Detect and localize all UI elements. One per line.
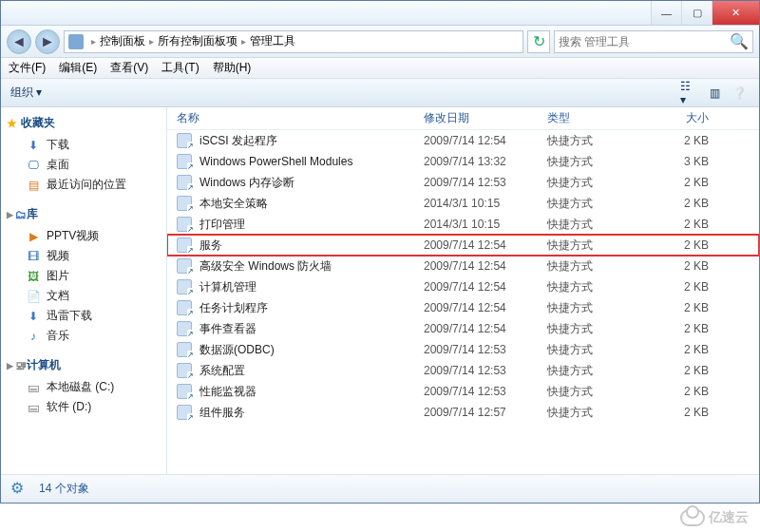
close-button[interactable]: ✕ — [712, 1, 759, 25]
file-row[interactable]: 事件查看器2009/7/14 12:54快捷方式2 KB — [167, 318, 759, 339]
file-date: 2009/7/14 12:54 — [424, 259, 547, 273]
sidebar-item-drive-d[interactable]: 🖴软件 (D:) — [7, 397, 161, 417]
download-icon: ⬇ — [26, 138, 41, 153]
sidebar-item-xunlei[interactable]: ⬇迅雷下载 — [7, 306, 161, 326]
video-icon: 🎞 — [26, 249, 41, 264]
file-date: 2009/7/14 12:53 — [424, 364, 547, 377]
minimize-button[interactable]: — — [651, 1, 681, 25]
file-row[interactable]: 高级安全 Windows 防火墙2009/7/14 12:54快捷方式2 KB — [167, 256, 759, 276]
sidebar-item-recent[interactable]: ▤最近访问的位置 — [7, 175, 161, 195]
sidebar-item-videos[interactable]: 🎞视频 — [7, 246, 161, 266]
file-date: 2014/3/1 10:15 — [424, 197, 547, 210]
sidebar-item-downloads[interactable]: ⬇下载 — [7, 135, 161, 155]
sidebar-item-documents[interactable]: 📄文档 — [7, 286, 161, 306]
computer-icon: 🖳 — [15, 359, 27, 372]
menu-file[interactable]: 文件(F) — [9, 60, 46, 76]
back-button[interactable]: ◄ — [7, 29, 31, 54]
file-row[interactable]: 任务计划程序2009/7/14 12:54快捷方式2 KB — [167, 297, 759, 318]
sidebar-item-music[interactable]: ♪音乐 — [7, 326, 161, 346]
file-type: 快捷方式 — [547, 384, 671, 400]
drive-icon: 🖴 — [26, 400, 41, 415]
breadcrumb-item[interactable]: 控制面板 — [100, 33, 145, 49]
toolbar: 组织 ▾ ☷ ▾ ▥ ❔ — [1, 79, 759, 107]
drive-icon: 🖴 — [26, 380, 41, 395]
file-name: 事件查看器 — [200, 321, 256, 337]
shortcut-icon — [177, 258, 192, 274]
file-size: 2 KB — [671, 218, 728, 231]
column-type[interactable]: 类型 — [547, 110, 671, 126]
help-button[interactable]: ❔ — [729, 83, 750, 104]
file-type: 快捷方式 — [547, 300, 671, 316]
file-name: 本地安全策略 — [200, 196, 268, 212]
column-size[interactable]: 大小 — [671, 110, 728, 126]
file-name: 性能监视器 — [200, 384, 256, 400]
menu-view[interactable]: 查看(V) — [110, 60, 148, 76]
preview-pane-button[interactable]: ▥ — [704, 83, 725, 104]
file-date: 2009/7/14 12:53 — [424, 343, 547, 356]
sidebar-item-pictures[interactable]: 🖼图片 — [7, 266, 161, 286]
breadcrumb-item[interactable]: 所有控制面板项 — [158, 33, 238, 49]
file-row[interactable]: 服务2009/7/14 12:54快捷方式2 KB — [167, 235, 759, 256]
file-size: 2 KB — [671, 385, 728, 398]
music-icon: ♪ — [26, 329, 41, 344]
file-row[interactable]: iSCSI 发起程序2009/7/14 12:54快捷方式2 KB — [167, 130, 759, 151]
refresh-button[interactable]: ↻ — [527, 30, 550, 53]
file-size: 2 KB — [671, 238, 728, 252]
maximize-button[interactable]: ▢ — [681, 1, 712, 25]
library-icon: 🗂 — [15, 208, 27, 221]
view-options-button[interactable]: ☷ ▾ — [679, 83, 700, 104]
file-type: 快捷方式 — [547, 363, 671, 379]
forward-button[interactable]: ► — [35, 29, 60, 54]
menu-tools[interactable]: 工具(T) — [162, 60, 199, 76]
column-name[interactable]: 名称 — [177, 110, 424, 126]
file-row[interactable]: 性能监视器2009/7/14 12:53快捷方式2 KB — [167, 381, 759, 402]
shortcut-icon — [177, 196, 192, 211]
menu-help[interactable]: 帮助(H) — [213, 60, 252, 76]
sidebar-item-pptv[interactable]: ▶PPTV视频 — [7, 226, 161, 246]
menu-bar: 文件(F) 编辑(E) 查看(V) 工具(T) 帮助(H) — [1, 58, 759, 79]
file-size: 2 KB — [671, 301, 728, 314]
sidebar-computer-header[interactable]: ▶ 🖳 计算机 — [7, 357, 161, 373]
file-name: 服务 — [200, 238, 222, 254]
search-icon: 🔍 — [730, 32, 749, 50]
file-date: 2009/7/14 12:57 — [424, 406, 547, 419]
file-row[interactable]: Windows 内存诊断2009/7/14 12:53快捷方式2 KB — [167, 172, 759, 193]
file-type: 快捷方式 — [547, 133, 671, 149]
file-date: 2009/7/14 12:53 — [424, 176, 547, 189]
file-type: 快捷方式 — [547, 175, 671, 191]
star-icon: ★ — [7, 117, 17, 130]
file-row[interactable]: 数据源(ODBC)2009/7/14 12:53快捷方式2 KB — [167, 339, 759, 360]
file-row[interactable]: 打印管理2014/3/1 10:15快捷方式2 KB — [167, 214, 759, 235]
search-box[interactable]: 🔍 — [554, 30, 753, 53]
shortcut-icon — [177, 217, 192, 232]
file-row[interactable]: 组件服务2009/7/14 12:57快捷方式2 KB — [167, 402, 759, 423]
file-row[interactable]: 本地安全策略2014/3/1 10:15快捷方式2 KB — [167, 193, 759, 214]
file-row[interactable]: 计算机管理2009/7/14 12:54快捷方式2 KB — [167, 276, 759, 297]
status-count: 14 个对象 — [39, 481, 89, 497]
expand-icon: ▶ — [7, 210, 13, 219]
file-size: 2 KB — [671, 280, 728, 294]
file-size: 2 KB — [671, 322, 728, 335]
explorer-body: ★ 收藏夹 ⬇下载 🖵桌面 ▤最近访问的位置 ▶ 🗂 库 ▶PPTV视频 🎞视频… — [1, 107, 759, 474]
shortcut-icon — [177, 300, 192, 315]
file-name: Windows PowerShell Modules — [200, 155, 352, 168]
file-name: iSCSI 发起程序 — [200, 133, 277, 149]
sidebar-item-drive-c[interactable]: 🖴本地磁盘 (C:) — [7, 377, 161, 397]
file-row[interactable]: Windows PowerShell Modules2009/7/14 13:3… — [167, 151, 759, 172]
column-date[interactable]: 修改日期 — [424, 110, 547, 126]
title-bar: — ▢ ✕ — [1, 1, 759, 26]
file-row[interactable]: 系统配置2009/7/14 12:53快捷方式2 KB — [167, 360, 759, 381]
file-name: 系统配置 — [200, 363, 245, 379]
file-type: 快捷方式 — [547, 217, 671, 233]
sidebar-item-desktop[interactable]: 🖵桌面 — [7, 155, 161, 175]
search-input[interactable] — [559, 35, 726, 48]
sidebar-libraries-header[interactable]: ▶ 🗂 库 — [7, 206, 161, 222]
breadcrumb-item[interactable]: 管理工具 — [250, 33, 295, 49]
pptv-icon: ▶ — [26, 229, 41, 244]
menu-edit[interactable]: 编辑(E) — [59, 60, 97, 76]
sidebar-favorites-header[interactable]: ★ 收藏夹 — [7, 115, 161, 131]
organize-button[interactable]: 组织 ▾ — [10, 85, 42, 101]
file-date: 2009/7/14 12:54 — [424, 322, 547, 335]
breadcrumb[interactable]: ▸ 控制面板 ▸ 所有控制面板项 ▸ 管理工具 — [64, 30, 523, 53]
file-name: 高级安全 Windows 防火墙 — [200, 258, 332, 275]
